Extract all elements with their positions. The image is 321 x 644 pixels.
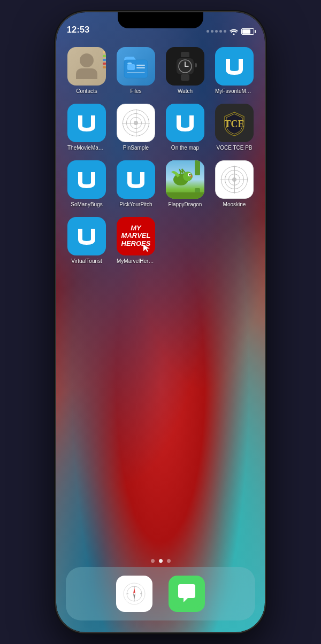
signal-dot-1 bbox=[207, 30, 209, 33]
dragon-svg bbox=[170, 165, 197, 191]
signal-dots bbox=[207, 30, 226, 33]
battery-icon bbox=[241, 28, 254, 35]
battery-fill bbox=[242, 29, 250, 34]
contacts-label: Contacts bbox=[76, 88, 97, 94]
somanybugs-label: SoManyBugs bbox=[71, 201, 102, 207]
app-onthemap[interactable]: On the map bbox=[163, 104, 208, 151]
dock-safari[interactable]: Safari bbox=[116, 576, 152, 612]
phone-screen: 12:53 bbox=[56, 12, 265, 632]
flappydragon-icon bbox=[166, 160, 204, 199]
status-icons bbox=[207, 28, 254, 35]
somanybugs-icon bbox=[67, 160, 106, 199]
pinsample-crosshair bbox=[122, 109, 150, 137]
u-logo-svg5 bbox=[124, 168, 148, 191]
u-logo-svg4 bbox=[75, 168, 98, 191]
empty-slot-2 bbox=[212, 217, 257, 264]
contacts-icon bbox=[67, 47, 106, 86]
dock: Safari Messages bbox=[66, 567, 255, 620]
signal-dot-3 bbox=[215, 30, 218, 33]
svg-point-18 bbox=[189, 174, 191, 175]
status-time: 12:53 bbox=[67, 25, 89, 35]
watch-label: Watch bbox=[178, 88, 193, 94]
signal-dot-2 bbox=[211, 30, 213, 33]
vocetce-icon: TCE bbox=[215, 104, 254, 142]
app-grid: Contacts bbox=[56, 42, 265, 269]
app-mymarvelheroes[interactable]: MYMARVELHEROES MyMarvelHeroes bbox=[113, 217, 158, 264]
virtualtourist-label: VirtualTourist bbox=[71, 258, 102, 264]
app-flappydragon[interactable]: FlappyDragon bbox=[163, 160, 208, 207]
u-logo-svg3 bbox=[173, 111, 197, 135]
svg-point-16 bbox=[183, 172, 193, 181]
virtualtourist-icon bbox=[67, 217, 106, 255]
messages-svg bbox=[173, 580, 201, 608]
dock-messages[interactable]: Messages bbox=[169, 576, 205, 612]
onthemap-label: On the map bbox=[171, 145, 199, 151]
mooskine-label: Mooskine bbox=[223, 201, 246, 207]
mymarvel-icon: MYMARVELHEROES bbox=[117, 217, 155, 255]
empty-slot-1 bbox=[163, 217, 208, 264]
watch-svg bbox=[171, 51, 199, 82]
svg-rect-13 bbox=[195, 63, 197, 67]
app-myfavoritemovies[interactable]: MyFavoriteMovies bbox=[212, 47, 257, 94]
pinsample-icon bbox=[117, 104, 155, 142]
files-svg bbox=[122, 52, 150, 80]
app-somanybugs[interactable]: SoManyBugs bbox=[64, 160, 109, 207]
app-watch[interactable]: Watch bbox=[163, 47, 208, 94]
svg-point-19 bbox=[123, 582, 146, 606]
messages-icon bbox=[169, 576, 205, 612]
pickyourpitch-icon bbox=[117, 160, 155, 199]
app-themoviemana[interactable]: TheMovieMana... bbox=[64, 104, 109, 151]
app-pickyourpitch[interactable]: PickYourPitch bbox=[113, 160, 158, 207]
mooskine-icon bbox=[215, 160, 254, 199]
app-virtualtourist[interactable]: VirtualTourist bbox=[64, 217, 109, 264]
safari-svg bbox=[120, 580, 148, 608]
mooskine-v-line bbox=[234, 166, 235, 193]
safari-icon bbox=[116, 576, 152, 612]
page-dots bbox=[56, 559, 265, 563]
u-logo-svg2 bbox=[75, 111, 98, 135]
app-mooskine[interactable]: Mooskine bbox=[212, 160, 257, 207]
app-vocetcepb[interactable]: TCE VOCÊ TCE PB bbox=[212, 104, 257, 151]
watch-icon bbox=[166, 47, 204, 86]
u-logo-svg bbox=[223, 55, 246, 78]
svg-rect-12 bbox=[181, 74, 189, 81]
files-label: Files bbox=[130, 88, 141, 94]
themovie-icon bbox=[67, 104, 106, 142]
pickyourpitch-label: PickYourPitch bbox=[119, 201, 152, 207]
signal-dot-5 bbox=[224, 30, 226, 33]
notch bbox=[118, 12, 203, 28]
myfavmovies-icon bbox=[215, 47, 254, 86]
phone-frame: 12:53 bbox=[56, 12, 265, 632]
flappydragon-label: FlappyDragon bbox=[169, 201, 202, 207]
pinsample-label: PinSample bbox=[123, 145, 149, 151]
svg-rect-2 bbox=[127, 64, 135, 70]
mymarvelheroes-label: MyMarvelHeroes bbox=[117, 258, 155, 264]
page-dot-3 bbox=[167, 559, 171, 563]
cursor-icon bbox=[142, 244, 151, 252]
u-logo-svg6 bbox=[75, 224, 98, 248]
page-dot-1 bbox=[151, 559, 155, 563]
wifi-icon bbox=[230, 28, 238, 35]
files-icon bbox=[117, 47, 155, 86]
signal-dot-4 bbox=[219, 30, 222, 33]
vocetcepb-label: VOCÊ TCE PB bbox=[216, 145, 252, 151]
crosshair-v-line bbox=[136, 109, 136, 137]
app-pinsample[interactable]: PinSample bbox=[113, 104, 158, 151]
themoviemana-label: TheMovieMana... bbox=[67, 145, 106, 151]
app-contacts[interactable]: Contacts bbox=[64, 47, 109, 94]
onthemap-icon bbox=[166, 104, 204, 142]
page-dot-2 bbox=[159, 559, 163, 563]
mooskine-crosshair bbox=[220, 166, 248, 193]
app-files[interactable]: Files bbox=[113, 47, 158, 94]
myfavmovies-label: MyFavoriteMovies bbox=[215, 88, 254, 94]
svg-text:TCE: TCE bbox=[224, 119, 244, 129]
shield-svg: TCE bbox=[220, 109, 248, 137]
